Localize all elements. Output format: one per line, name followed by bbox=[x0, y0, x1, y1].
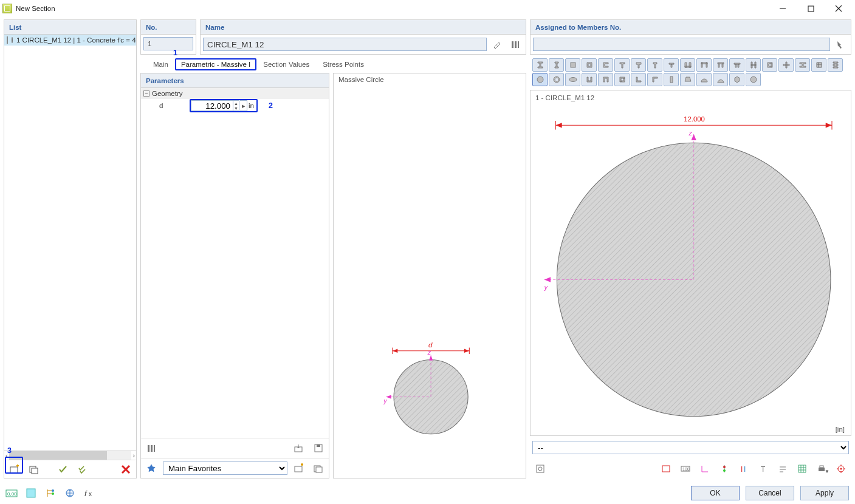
assigned-input[interactable] bbox=[533, 38, 830, 51]
step-button[interactable]: ▸ bbox=[240, 100, 247, 111]
fx-button[interactable]: fx bbox=[81, 486, 97, 500]
svg-rect-8 bbox=[32, 468, 38, 474]
list-item[interactable]: 1 CIRCLE_M1 12 | 1 - Concrete f'c = 40 bbox=[4, 35, 136, 46]
no-field[interactable]: 1 bbox=[143, 37, 193, 50]
no-header: No. bbox=[141, 20, 196, 35]
tab-stress-points[interactable]: Stress Points bbox=[316, 58, 371, 70]
fav-add-button[interactable] bbox=[291, 461, 307, 475]
parameter-d-input[interactable] bbox=[191, 100, 233, 111]
spinner[interactable]: ▲▼ bbox=[233, 100, 239, 111]
shape-arc[interactable] bbox=[713, 73, 728, 86]
name-input[interactable] bbox=[203, 38, 487, 51]
shape-channel-up[interactable] bbox=[598, 58, 613, 72]
minimize-button[interactable] bbox=[769, 0, 797, 17]
svg-rect-14 bbox=[148, 445, 149, 452]
shape-i-var[interactable] bbox=[828, 58, 843, 72]
view-tool-button[interactable] bbox=[532, 461, 548, 476]
shape-pi-2[interactable] bbox=[696, 58, 712, 72]
shape-angle2[interactable] bbox=[647, 73, 662, 86]
shape-rect-hollow[interactable] bbox=[582, 58, 597, 72]
stress-graphic-button[interactable] bbox=[716, 461, 732, 476]
shape-angle[interactable] bbox=[631, 73, 646, 86]
favorites-star-button[interactable] bbox=[143, 461, 159, 475]
callout-3-box bbox=[5, 457, 23, 474]
fav-manage-button[interactable] bbox=[311, 461, 326, 475]
tab-section-values[interactable]: Section Values bbox=[256, 58, 316, 70]
shape-h2[interactable] bbox=[795, 58, 810, 72]
tree-button[interactable] bbox=[43, 486, 58, 500]
params-library-button[interactable] bbox=[143, 441, 159, 455]
values-button[interactable]: 100 bbox=[678, 461, 693, 476]
i-text-button[interactable]: II bbox=[736, 461, 752, 476]
favorites-select[interactable]: Main Favorites bbox=[163, 461, 287, 475]
parameters-group-row[interactable]: − Geometry bbox=[141, 88, 329, 99]
list-area[interactable]: 1 CIRCLE_M1 12 | 1 - Concrete f'c = 40 bbox=[4, 35, 136, 450]
t-button[interactable]: T bbox=[755, 461, 771, 476]
tab-parametric[interactable]: Parametric - Massive I bbox=[177, 60, 254, 69]
shape-oval[interactable] bbox=[565, 73, 580, 86]
units-button[interactable]: 0,00 bbox=[4, 486, 19, 500]
callout-3: 3 bbox=[7, 446, 12, 455]
list-panel: List 1 CIRCLE_M1 12 | 1 - Concrete f'c =… bbox=[4, 19, 137, 478]
big-preview-panel: 1 - CIRCLE_M1 12 12.000 bbox=[530, 90, 851, 436]
collapse-icon[interactable]: − bbox=[143, 90, 149, 97]
shape-tee-3[interactable] bbox=[647, 58, 662, 72]
library-button[interactable] bbox=[507, 37, 523, 52]
svg-text:x: x bbox=[89, 491, 92, 497]
shape-tee-1[interactable] bbox=[614, 58, 630, 72]
shape-tee-top[interactable] bbox=[664, 58, 679, 72]
shape-circle-hollow[interactable] bbox=[549, 73, 564, 86]
tab-main[interactable]: Main bbox=[146, 58, 175, 70]
pick-members-button[interactable] bbox=[833, 37, 848, 52]
shape-circle-solid[interactable] bbox=[532, 73, 548, 86]
shape-i-narrow[interactable] bbox=[549, 58, 564, 72]
scroll-right-icon[interactable]: › bbox=[132, 452, 135, 459]
shape-i-wide[interactable] bbox=[532, 58, 548, 72]
list-item-label: 1 CIRCLE_M1 12 | 1 - Concrete f'c = 40 bbox=[16, 36, 136, 44]
shape-rect-solid[interactable] bbox=[565, 58, 580, 72]
copy-item-button[interactable] bbox=[26, 462, 42, 477]
small-preview-canvas[interactable]: d y z bbox=[334, 86, 526, 478]
globe-button[interactable] bbox=[62, 486, 78, 500]
align-button[interactable] bbox=[775, 461, 791, 476]
svg-rect-15 bbox=[151, 445, 153, 452]
cancel-button[interactable]: Cancel bbox=[746, 486, 794, 500]
axes-button[interactable] bbox=[697, 461, 713, 476]
params-save-button[interactable] bbox=[311, 441, 326, 455]
shape-half-circle[interactable] bbox=[696, 73, 712, 86]
target-button[interactable] bbox=[833, 461, 849, 476]
shape-h-shape[interactable] bbox=[746, 58, 761, 72]
shape-cross[interactable] bbox=[778, 58, 794, 72]
shape-z-shape[interactable] bbox=[762, 58, 777, 72]
shape-h3[interactable] bbox=[811, 58, 826, 72]
shape-pipe[interactable] bbox=[664, 73, 679, 86]
delete-button[interactable] bbox=[118, 462, 134, 477]
material-swatch-button[interactable] bbox=[23, 486, 39, 500]
shape-trap[interactable] bbox=[680, 73, 695, 86]
apply-button[interactable]: Apply bbox=[800, 486, 849, 500]
shape-pi-1[interactable] bbox=[680, 58, 695, 72]
check-button[interactable] bbox=[55, 462, 71, 477]
shape-tee-2[interactable] bbox=[631, 58, 646, 72]
check-sub-button[interactable] bbox=[75, 462, 91, 477]
dim-toggle-button[interactable] bbox=[658, 461, 674, 476]
edit-name-button[interactable] bbox=[489, 37, 505, 52]
shape-pi-3[interactable] bbox=[713, 58, 728, 72]
shape-hex[interactable] bbox=[729, 73, 744, 86]
svg-point-39 bbox=[750, 77, 757, 83]
svg-rect-70 bbox=[820, 466, 823, 468]
big-preview-canvas[interactable]: 12.000 y z [in] bbox=[531, 105, 851, 435]
params-load-button[interactable] bbox=[291, 441, 307, 455]
close-button[interactable] bbox=[825, 0, 853, 17]
shape-ellipse[interactable] bbox=[746, 73, 761, 86]
status-select[interactable]: -- bbox=[532, 441, 849, 454]
grid-button[interactable] bbox=[794, 461, 810, 476]
shape-u-shape[interactable] bbox=[582, 73, 597, 86]
ok-button[interactable]: OK bbox=[691, 486, 740, 500]
print-button[interactable]: ▼ bbox=[814, 461, 829, 476]
list-scrollbar[interactable]: ‹ › bbox=[4, 450, 136, 460]
shape-double-tee[interactable] bbox=[729, 58, 744, 72]
shape-u-shape2[interactable] bbox=[598, 73, 613, 86]
shape-u-shape3[interactable] bbox=[614, 73, 630, 86]
maximize-button[interactable] bbox=[797, 0, 825, 17]
